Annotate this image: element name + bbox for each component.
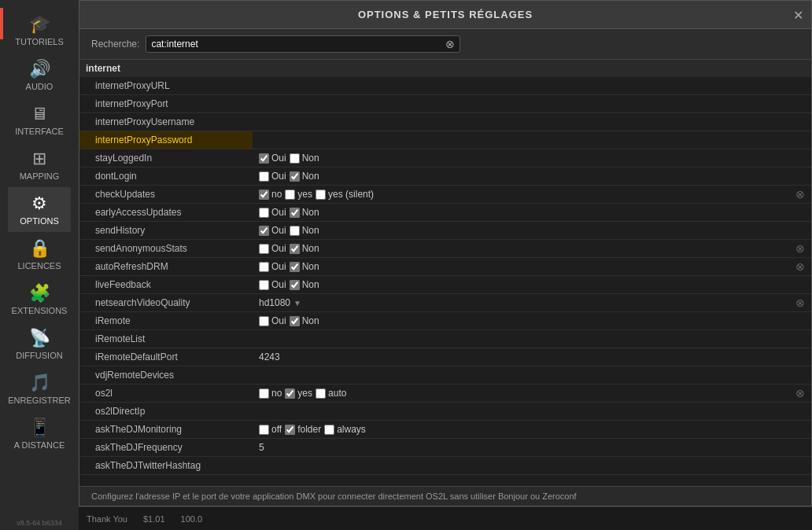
sidebar-label-enregistrer: ENREGISTRER: [8, 396, 70, 405]
option-value[interactable]: OuiNon: [253, 204, 788, 222]
checkbox-Oui[interactable]: Oui: [259, 171, 286, 182]
option-value: [253, 330, 788, 348]
option-key: dontLogin: [79, 167, 253, 186]
remove-icon[interactable]: ⊗: [795, 188, 805, 201]
checkbox-auto[interactable]: auto: [316, 388, 346, 399]
table-row: askTheDJMonitoringofffolderalways: [79, 421, 811, 439]
checkbox-Oui[interactable]: Oui: [259, 153, 286, 164]
a-distance-icon: 📱: [29, 418, 50, 438]
table-row: sendHistoryOuiNon: [79, 222, 811, 240]
table-row: internetProxyPort: [79, 95, 811, 113]
search-input[interactable]: [151, 39, 445, 50]
checkbox-yes[interactable]: yes: [285, 388, 312, 399]
search-input-wrapper: ⊗: [146, 35, 460, 53]
extensions-icon: 🧩: [29, 283, 50, 304]
search-clear-icon[interactable]: ⊗: [445, 38, 455, 50]
checkbox-Oui[interactable]: Oui: [259, 225, 286, 236]
table-row: checkUpdatesnoyesyes (silent)⊗: [79, 186, 811, 204]
option-value[interactable]: OuiNon: [253, 167, 788, 186]
checkbox-Non[interactable]: Non: [290, 171, 319, 182]
option-key: internetProxyPort: [79, 95, 253, 113]
checkbox-Oui[interactable]: Oui: [259, 261, 286, 272]
option-key: iRemoteList: [79, 330, 253, 348]
sidebar-item-interface[interactable]: 🖥 INTERFACE: [8, 98, 70, 142]
sidebar-label-extensions: EXTENSIONS: [12, 306, 68, 315]
sidebar-item-enregistrer[interactable]: 🎵 ENREGISTRER: [8, 366, 70, 411]
table-row: sendAnonymousStatsOuiNon⊗: [79, 240, 811, 258]
checkbox-no[interactable]: no: [259, 388, 282, 399]
sidebar-item-tutoriels[interactable]: 🎓 TUTORIELS: [8, 8, 70, 53]
table-row: iRemoteOuiNon: [79, 312, 811, 330]
checkbox-Non[interactable]: Non: [290, 243, 319, 254]
options-icon: ⚙: [31, 193, 47, 214]
checkbox-yes (silent)[interactable]: yes (silent): [316, 189, 374, 200]
sidebar-item-mapping[interactable]: ⊞ MAPPING: [8, 142, 70, 187]
checkbox-Oui[interactable]: Oui: [259, 315, 286, 326]
option-key: sendHistory: [79, 222, 253, 240]
option-key: internetProxyURL: [79, 77, 253, 95]
remove-icon[interactable]: ⊗: [795, 387, 805, 399]
search-bar: Recherche: ⊗: [79, 29, 811, 60]
remove-icon[interactable]: ⊗: [795, 296, 805, 309]
checkbox-off[interactable]: off: [259, 424, 282, 435]
option-value[interactable]: offfolderalways: [253, 421, 788, 439]
checkbox-Non[interactable]: Non: [290, 153, 319, 164]
sidebar-item-audio[interactable]: 🔊 AUDIO: [8, 53, 70, 98]
option-value: [253, 95, 788, 113]
checkbox-Non[interactable]: Non: [290, 279, 319, 290]
checkbox-Non[interactable]: Non: [290, 207, 319, 218]
remove-icon[interactable]: ⊗: [795, 260, 805, 273]
option-value[interactable]: noyesyes (silent): [253, 186, 788, 204]
option-value[interactable]: OuiNon: [253, 222, 788, 240]
option-value[interactable]: OuiNon: [253, 240, 788, 258]
checkbox-Oui[interactable]: Oui: [259, 243, 286, 254]
action-cell: [788, 439, 811, 457]
sidebar-item-a-distance[interactable]: 📱 A DISTANCE: [8, 411, 70, 456]
audio-icon: 🔊: [29, 59, 50, 79]
checkbox-Oui[interactable]: Oui: [259, 207, 286, 218]
option-value[interactable]: hd1080▼: [253, 294, 788, 312]
checkbox-always[interactable]: always: [324, 424, 366, 435]
sidebar-item-extensions[interactable]: 🧩 EXTENSIONS: [8, 277, 70, 322]
close-button[interactable]: ✕: [793, 7, 803, 22]
option-value: [253, 113, 788, 131]
action-cell: [788, 457, 811, 475]
table-row: liveFeedbackOuiNon: [79, 276, 811, 294]
sidebar-item-licences[interactable]: 🔒 LICENCES: [8, 232, 70, 277]
dropdown-value[interactable]: hd1080▼: [259, 297, 781, 308]
checkbox-yes[interactable]: yes: [285, 189, 312, 200]
option-value[interactable]: noyesauto: [253, 385, 788, 403]
action-cell: [788, 421, 811, 439]
checkbox-Oui[interactable]: Oui: [259, 279, 286, 290]
action-cell: [788, 366, 811, 385]
option-value: [253, 457, 788, 475]
checkbox-Non[interactable]: Non: [290, 261, 319, 272]
table-row: autoRefreshDRMOuiNon⊗: [79, 258, 811, 276]
sidebar-label-interface: INTERFACE: [15, 127, 64, 136]
option-key: vdjRemoteDevices: [79, 366, 253, 385]
option-value[interactable]: OuiNon: [253, 312, 788, 330]
table-row: iRemoteList: [79, 330, 811, 348]
option-key: sendAnonymousStats: [79, 240, 253, 258]
sidebar-item-diffusion[interactable]: 📡 DIFFUSION: [8, 322, 70, 366]
option-key: os2lDirectIp: [79, 403, 253, 421]
sidebar-label-tutoriels: TUTORIELS: [15, 37, 64, 46]
sidebar-label-a-distance: A DISTANCE: [14, 440, 65, 450]
remove-icon[interactable]: ⊗: [795, 242, 805, 255]
bottom-bar: Thank You $1.01 100.0: [79, 506, 812, 530]
table-row: internetProxyPassword: [79, 131, 811, 149]
checkbox-folder[interactable]: folder: [285, 424, 321, 435]
option-value[interactable]: OuiNon: [253, 276, 788, 294]
sidebar-item-options[interactable]: ⚙ OPTIONS: [8, 187, 70, 232]
option-value[interactable]: OuiNon: [253, 149, 788, 167]
action-cell: [788, 403, 811, 421]
checkbox-no[interactable]: no: [259, 189, 282, 200]
action-cell: ⊗: [788, 240, 811, 258]
bottom-right: 100.0: [181, 514, 203, 524]
sidebar-version: v8.5-64 b6334: [17, 516, 62, 530]
checkbox-Non[interactable]: Non: [290, 315, 319, 326]
option-value[interactable]: OuiNon: [253, 258, 788, 276]
checkbox-Non[interactable]: Non: [290, 225, 319, 236]
options-table-area: internet internetProxyURLinternetProxyPo…: [79, 60, 811, 486]
table-row: earlyAccessUpdatesOuiNon: [79, 204, 811, 222]
